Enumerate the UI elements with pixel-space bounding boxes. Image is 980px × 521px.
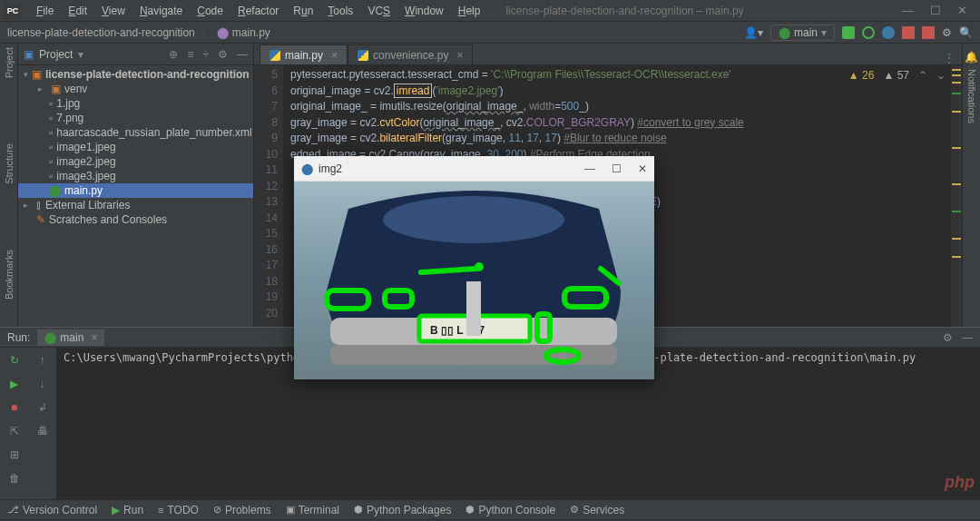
close-icon[interactable]: ✕ (957, 4, 967, 17)
project-panel-title: Project (39, 48, 73, 61)
play-icon[interactable]: ▶ (7, 377, 22, 391)
menu-vcs[interactable]: VCS (360, 3, 397, 19)
tree-root[interactable]: ▾▣license-plate-detection-and-recognitio… (18, 67, 253, 82)
python-file-icon: ⬤ (217, 26, 229, 39)
popup-maximize-icon[interactable]: ☐ (612, 162, 622, 175)
menu-file[interactable]: File (29, 3, 61, 19)
tree-file[interactable]: ▫image1.jpeg (18, 140, 253, 154)
editor-tab-convenience[interactable]: convenience.py× (348, 44, 473, 64)
run-panel-label: Run: (7, 331, 30, 344)
editor-tab-menu-icon[interactable]: ⋮ (944, 52, 962, 64)
editor-tab-main[interactable]: main.py× (260, 44, 348, 64)
notifications-bell-icon[interactable]: 🔔 (965, 51, 978, 64)
run-tab[interactable]: ⬤main× (37, 329, 104, 346)
sidebar-tab-structure[interactable]: Structure (4, 143, 15, 184)
scroll-up-icon[interactable]: ⌃ (918, 69, 927, 82)
bottom-terminal[interactable]: ▣ Terminal (286, 504, 339, 516)
window-title: license-plate-detection-and-recognition … (505, 5, 743, 17)
hide-icon[interactable]: — (237, 48, 248, 61)
tree-scratches[interactable]: ✎Scratches and Consoles (18, 212, 253, 227)
popup-title: img2 (318, 162, 342, 175)
svg-point-1 (383, 196, 564, 243)
soft-wrap-icon[interactable]: ↲ (35, 400, 50, 415)
opencv-window[interactable]: ⬤ img2 — ☐ ✕ B ▯▯ L 1▯7 (294, 156, 654, 379)
bottom-run[interactable]: ▶ Run (112, 504, 143, 516)
stop-icon[interactable]: ■ (7, 400, 22, 415)
menu-view[interactable]: View (94, 3, 132, 19)
python-icon (270, 50, 280, 61)
tree-file-selected[interactable]: ⬤main.py (18, 183, 253, 198)
run-config-selector[interactable]: ⬤ main ▾ (770, 25, 835, 41)
scroll-down-icon[interactable]: ⌄ (936, 69, 946, 82)
svg-point-11 (475, 262, 484, 271)
run-config-name: main (794, 26, 818, 39)
tree-ext-lib[interactable]: ▸⫿External Libraries (18, 198, 253, 212)
trash-icon[interactable]: 🗑 (7, 471, 22, 486)
project-folder-icon: ▣ (24, 48, 34, 61)
close-tab-icon[interactable]: × (331, 49, 338, 62)
tree-file[interactable]: ▫1.jpg (18, 96, 253, 111)
run-button-icon[interactable] (842, 26, 855, 39)
coverage-button-icon[interactable] (882, 26, 895, 39)
bottom-version-control[interactable]: ⎇ Version Control (7, 504, 97, 516)
tree-file[interactable]: ▫7.png (18, 111, 253, 125)
profile-button-icon[interactable] (902, 26, 915, 39)
python-icon: ⬤ (779, 26, 790, 39)
popup-minimize-icon[interactable]: — (584, 162, 595, 175)
svg-rect-12 (466, 281, 481, 336)
bottom-todo[interactable]: ≡ TODO (158, 504, 199, 516)
user-icon[interactable]: 👤▾ (744, 26, 763, 39)
layout-icon[interactable]: ⊞ (7, 447, 22, 462)
menu-tools[interactable]: Tools (320, 3, 360, 19)
popup-app-icon: ⬤ (301, 162, 313, 175)
sidebar-tab-bookmarks[interactable]: Bookmarks (4, 250, 15, 300)
scroll-bottom-icon[interactable]: ↓ (35, 377, 50, 391)
expand-icon[interactable]: ÷ (202, 48, 209, 61)
bottom-problems[interactable]: ⊘ Problems (213, 504, 271, 516)
tree-file[interactable]: ▫image2.jpeg (18, 154, 253, 169)
minimize-icon[interactable]: — (902, 4, 914, 17)
pycharm-logo-icon: PC (4, 3, 22, 19)
tree-file[interactable]: ▫image3.jpeg (18, 169, 253, 183)
menu-code[interactable]: Code (190, 3, 230, 19)
tree-venv[interactable]: ▸▣venv (18, 82, 253, 96)
gear-icon[interactable]: ⚙ (942, 26, 952, 39)
debug-button-icon[interactable] (862, 26, 875, 39)
breadcrumb-sep: 〉 (201, 25, 211, 40)
search-icon[interactable]: 🔍 (959, 26, 973, 39)
menu-edit[interactable]: Edit (61, 3, 94, 19)
maximize-icon[interactable]: ☐ (930, 4, 941, 17)
popup-image: B ▯▯ L 1▯7 (294, 182, 654, 379)
settings-icon[interactable]: ⚙ (218, 48, 228, 61)
rerun-icon[interactable]: ↻ (7, 353, 22, 368)
menu-run[interactable]: Run (286, 3, 320, 19)
sidebar-tab-project[interactable]: Project (4, 47, 15, 78)
chevron-down-icon: ▾ (821, 26, 827, 39)
target-icon[interactable]: ⊕ (169, 48, 178, 61)
menu-navigate[interactable]: Navigate (132, 3, 190, 19)
bottom-services[interactable]: ⚙ Services (570, 504, 624, 516)
run-hide-icon[interactable]: — (962, 331, 973, 344)
menu-help[interactable]: Help (451, 3, 488, 19)
watermark: php (945, 473, 975, 492)
bottom-python-packages[interactable]: ⬢ Python Packages (354, 504, 451, 516)
scroll-top-icon[interactable]: ↑ (35, 353, 50, 368)
sidebar-tab-notifications[interactable]: Notifications (966, 69, 977, 123)
collapse-icon[interactable]: ≡ (187, 48, 193, 61)
breadcrumb-project[interactable]: license-plate-detection-and-recognition (7, 26, 195, 39)
print-icon[interactable]: 🖶 (35, 424, 50, 438)
menu-refactor[interactable]: Refactor (230, 3, 286, 19)
run-gear-icon[interactable]: ⚙ (943, 331, 953, 344)
close-tab-icon[interactable]: × (456, 49, 463, 62)
line-gutter: 567891011121314151617181920 (254, 65, 283, 327)
popup-close-icon[interactable]: ✕ (638, 162, 647, 175)
tree-file[interactable]: ▫haarcascade_russian_plate_number.xml (18, 125, 253, 140)
breadcrumb-file[interactable]: main.py (232, 26, 270, 39)
stop-button-icon[interactable] (922, 26, 935, 39)
error-indicator[interactable]: ▲ 26 (848, 69, 875, 82)
bottom-python-console[interactable]: ⬢ Python Console (466, 504, 555, 516)
menu-window[interactable]: Window (397, 3, 451, 19)
exit-icon[interactable]: ⇱ (7, 424, 22, 438)
error-stripe[interactable] (951, 65, 962, 327)
warning-indicator[interactable]: ▲ 57 (883, 69, 909, 82)
